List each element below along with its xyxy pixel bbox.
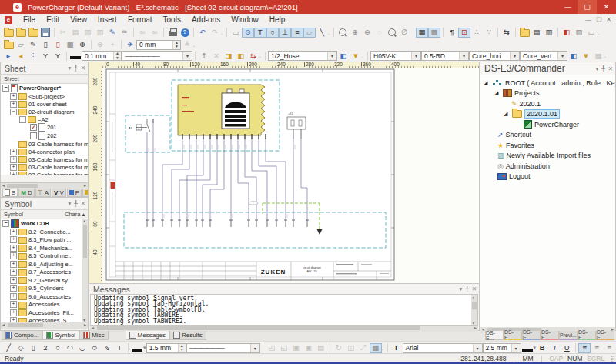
symbol-tree-item[interactable]: +9.6_Accessories (1, 292, 88, 301)
sheet-tree-item-202[interactable]: 202 (1, 132, 88, 140)
tab-ds-e3-2[interactable]: DS-E... (504, 331, 522, 340)
expander-icon[interactable]: + (10, 261, 17, 268)
panel-hscrollbar[interactable]: ◂▸ (1, 183, 88, 189)
expander-icon[interactable]: ◢ (504, 111, 510, 117)
menu-tools[interactable]: Tools (158, 15, 186, 24)
expander-icon[interactable]: ◢ (484, 80, 490, 86)
zoom-window-button[interactable]: ◌ (373, 28, 386, 38)
core-lock-button[interactable]: ◧ (567, 51, 580, 61)
field-button[interactable]: ▯ (39, 40, 52, 50)
menu-file[interactable]: File (18, 15, 41, 24)
sheet-select-button[interactable]: ✎ (27, 40, 39, 50)
table-button[interactable]: ▦ (64, 40, 76, 50)
formatting-marks-button[interactable]: ¶ (446, 28, 458, 38)
sheet-overflow-icon[interactable]: . (193, 42, 196, 48)
zoom-previous-button[interactable] (386, 28, 398, 38)
open-project-button[interactable] (15, 28, 27, 38)
chara-column-header[interactable]: Chara ▴ (62, 211, 88, 218)
format-brush-button[interactable]: ✏ (119, 28, 131, 38)
symbol-hscrollbar[interactable]: ◂▸ (1, 322, 88, 329)
checkbox-checked-icon[interactable]: ✓ (30, 124, 37, 131)
close-icon[interactable]: ✕ (472, 286, 477, 292)
apply-offset-button[interactable]: ≜ (181, 40, 193, 50)
commander-item-shortcut[interactable]: ↗Shortcut (480, 130, 615, 141)
panel-menu-icon[interactable]: ▾ (459, 286, 462, 292)
pin-left-button[interactable]: ▸ (2, 51, 15, 61)
sheet-tree-item[interactable]: +03-Cable harness for manufac (1, 171, 88, 175)
tab-device[interactable]: MD (18, 189, 34, 197)
close-icon[interactable]: ✕ (81, 200, 85, 207)
text-mode-button[interactable]: T (254, 28, 266, 38)
symbol-vscrollbar[interactable]: ▴▾ (82, 219, 88, 322)
menu-edit[interactable]: Edit (41, 15, 65, 24)
commander-item-administration[interactable]: ◎Administration (480, 161, 615, 172)
core-hori-combo[interactable]: Core_hori▾ (469, 51, 520, 61)
menu-format[interactable]: Format (122, 15, 158, 24)
symbol-tree-item[interactable]: +Accessories_S... (1, 317, 88, 323)
zoom-in-button[interactable]: ⊕ (349, 28, 361, 38)
right-splitter[interactable] (479, 62, 480, 331)
expander-icon[interactable]: + (10, 101, 17, 108)
menu-help[interactable]: Help (264, 15, 291, 24)
expander-icon[interactable]: + (10, 317, 17, 322)
expander-icon[interactable]: − (10, 109, 17, 115)
panel-menu-icon[interactable]: ▾ (595, 65, 598, 72)
pin-array-button[interactable]: ⁞ (27, 51, 39, 61)
font-combo[interactable]: Arial▾ (403, 343, 483, 353)
select-frame-button[interactable]: ▭ (229, 28, 242, 38)
tab-panel[interactable]: P (67, 189, 82, 197)
font-color-swatch[interactable] (521, 343, 534, 353)
underline-button[interactable]: U (561, 343, 573, 353)
align-right-button[interactable]: ≡ (603, 343, 615, 353)
sheet-tree-item-201[interactable]: ✓201 (1, 123, 88, 132)
mdi-restore-button[interactable]: ❏ (596, 16, 601, 23)
pen-width-spinner[interactable]: 0.1 mm ▲▼ (82, 51, 122, 61)
commander-item-imports[interactable]: ▥Newly Available Import files (480, 151, 615, 162)
core-vert-combo[interactable]: Core_vert▾ (520, 51, 567, 61)
ungroup-graphics-button[interactable]: ◱ (278, 343, 290, 353)
commander-item-projects[interactable]: ◢Projects (480, 88, 615, 99)
pin-icon[interactable]: ╀ (74, 65, 78, 72)
expander-icon[interactable]: + (10, 156, 17, 163)
commander-item-favorites[interactable]: ★Favorites (480, 140, 615, 151)
sheet-column-header[interactable]: Sheet (1, 74, 88, 84)
copy-button[interactable]: ▤ (69, 28, 82, 38)
text-tool-button[interactable]: I (113, 343, 126, 353)
commander-item-powercharger[interactable]: PowerCharger (480, 119, 615, 130)
core-filter-button[interactable]: ▼ (580, 51, 592, 61)
pin-right-button[interactable]: ◂ (15, 51, 27, 61)
mirror-button[interactable]: ◫ (345, 343, 357, 353)
sheet-tree-item[interactable]: +<Sub-project> (1, 92, 88, 100)
save-button[interactable] (39, 28, 52, 38)
group-graphics-button[interactable]: ◰ (266, 343, 278, 353)
zoom-out-button[interactable]: ⊖ (361, 28, 373, 38)
tab-ds-e3-5[interactable]: DS-E... (578, 331, 596, 340)
new-sheet2-button[interactable] (2, 40, 15, 50)
drawing-canvas[interactable]: ZUKEN circuit diagram AW-170 (102, 68, 480, 283)
sheet-tree-item[interactable]: 03-Cable harness for manufac (1, 140, 88, 148)
hose-combo[interactable]: 1/2_Hose▾ (268, 51, 337, 61)
tab-preview[interactable]: Previ... (559, 331, 578, 340)
copy-graphic-button[interactable]: ▤ (315, 343, 327, 353)
place-up-button[interactable]: ↥ (198, 51, 210, 61)
expander-icon[interactable]: − (19, 116, 26, 123)
symbol-tree-item[interactable]: +8.3_Flow path ... (1, 236, 88, 245)
symbol-tree-item[interactable]: +Accessories_Fil... (1, 309, 88, 317)
expander-icon[interactable]: + (10, 293, 17, 300)
messages-vscrollbar[interactable]: ▴▾ (471, 295, 477, 325)
menu-window[interactable]: Window (226, 15, 264, 24)
expander-icon[interactable]: + (10, 269, 17, 276)
tab-results[interactable]: Results (169, 331, 206, 340)
hose-overflow-icon[interactable]: . (362, 53, 365, 58)
new-sheet-button[interactable] (518, 28, 531, 38)
connect-mode-button[interactable]: ⊡ (458, 28, 470, 38)
wire-overflow-icon[interactable]: . (259, 53, 263, 58)
node-points-button[interactable]: ∴ (470, 28, 483, 38)
core-overflow-icon[interactable]: . (604, 53, 608, 58)
line-draw-button[interactable]: ╲ (316, 28, 328, 38)
group-button[interactable]: ◧ (561, 28, 573, 38)
italic-button[interactable]: I (548, 343, 561, 353)
left-splitter[interactable] (88, 62, 89, 331)
symbol-tree-item[interactable]: +8.4_Mechanica... (1, 244, 88, 252)
frame-button[interactable]: ▭ (585, 28, 598, 38)
